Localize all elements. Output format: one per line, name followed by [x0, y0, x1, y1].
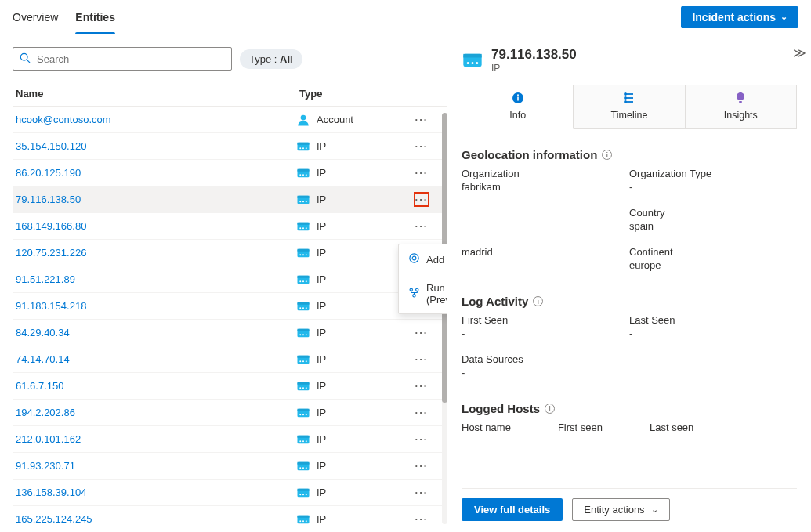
info-tooltip-icon[interactable]: i: [533, 296, 543, 306]
svg-point-57: [306, 414, 307, 415]
entity-subtitle: IP: [491, 63, 577, 74]
detail-tab-info[interactable]: Info: [462, 85, 574, 129]
table-row[interactable]: 61.6.7.150IP···: [13, 373, 447, 400]
entity-type-label: IP: [317, 407, 326, 418]
search-icon: [20, 52, 31, 66]
log-last-seen-value: -: [629, 328, 797, 339]
row-actions-button[interactable]: ···: [415, 433, 429, 445]
menu-item-add-to-ti[interactable]: Add to TI (Preview): [399, 244, 447, 274]
entity-name-link[interactable]: 86.20.125.190: [13, 167, 296, 179]
table-row[interactable]: 74.14.70.14IP···: [13, 346, 447, 373]
table-row[interactable]: 91.183.154.218IP···: [13, 293, 447, 320]
tab-entities[interactable]: Entities: [75, 0, 115, 34]
entity-name-link[interactable]: 74.14.70.14: [13, 353, 296, 365]
table-row[interactable]: 79.116.138.50IP···: [13, 186, 447, 213]
entity-name-link[interactable]: 79.116.138.50: [13, 194, 296, 205]
column-header-name[interactable]: Name: [16, 88, 299, 100]
timeline-icon: [623, 92, 635, 107]
svg-point-35: [299, 307, 301, 309]
target-icon: [408, 252, 420, 266]
table-row[interactable]: 136.158.39.104IP···: [13, 480, 447, 506]
row-actions-button[interactable]: ···: [415, 114, 429, 125]
view-full-details-button[interactable]: View full details: [462, 498, 563, 521]
svg-point-81: [416, 288, 418, 291]
entity-name-link[interactable]: 35.154.150.120: [13, 140, 296, 152]
entity-name-link[interactable]: 165.225.124.245: [13, 513, 296, 525]
entity-actions-button[interactable]: Entity actions ⌄: [572, 498, 669, 521]
search-input-container[interactable]: [13, 47, 232, 71]
table-row[interactable]: 35.154.150.120IP···: [13, 133, 447, 160]
svg-rect-69: [298, 488, 310, 490]
row-actions-button[interactable]: ···: [415, 353, 429, 365]
row-actions-button[interactable]: ···: [415, 407, 429, 418]
entity-name-link[interactable]: 91.93.230.71: [13, 460, 296, 472]
svg-rect-44: [298, 355, 310, 357]
svg-point-5: [299, 147, 301, 149]
svg-point-94: [625, 93, 626, 95]
entity-name-link[interactable]: 136.158.39.104: [13, 487, 296, 498]
row-actions-button[interactable]: ···: [415, 167, 429, 179]
entity-name-link[interactable]: 212.0.101.162: [13, 433, 296, 445]
svg-point-65: [299, 467, 301, 469]
table-row[interactable]: 165.225.124.245IP···: [13, 506, 447, 532]
row-actions-button[interactable]: ···: [415, 327, 429, 338]
row-actions-button[interactable]: ···: [414, 192, 430, 207]
svg-rect-24: [298, 248, 310, 251]
log-first-seen-label: First Seen: [462, 314, 629, 326]
detail-tab-timeline[interactable]: Timeline: [574, 85, 685, 128]
row-actions-button[interactable]: ···: [415, 220, 429, 232]
tab-overview[interactable]: Overview: [13, 0, 58, 34]
table-row[interactable]: 194.2.202.86IP···: [13, 400, 447, 426]
search-input[interactable]: [35, 52, 225, 66]
table-row[interactable]: 84.29.40.34IP···: [13, 320, 447, 346]
row-actions-button[interactable]: ···: [415, 380, 429, 392]
svg-point-67: [306, 467, 307, 469]
entity-name-link[interactable]: hcook@contoso.com: [13, 114, 296, 125]
detail-tab-insights[interactable]: Insights: [686, 85, 797, 128]
row-actions-button[interactable]: ···: [415, 140, 429, 152]
table-row[interactable]: 91.93.230.71IP···: [13, 453, 447, 480]
table-row[interactable]: hcook@contoso.comAccount···: [13, 107, 447, 133]
table-row[interactable]: 168.149.166.80IP···: [13, 213, 447, 240]
entity-type-label: IP: [317, 273, 326, 285]
log-data-sources-value: -: [462, 367, 629, 378]
entity-name-link[interactable]: 120.75.231.226: [13, 247, 296, 259]
info-icon: [512, 92, 524, 107]
incident-actions-button[interactable]: Incident actions ⌄: [681, 6, 798, 28]
hosts-col-first-seen: First seen: [558, 422, 603, 433]
table-row[interactable]: 120.75.231.226IP···: [13, 240, 447, 266]
entity-name-link[interactable]: 194.2.202.86: [13, 407, 296, 418]
type-filter-pill[interactable]: Type : All: [240, 49, 302, 69]
entity-name-link[interactable]: 168.149.166.80: [13, 220, 296, 232]
entity-name-link[interactable]: 84.29.40.34: [13, 327, 296, 338]
row-actions-button[interactable]: ···: [415, 487, 429, 498]
row-actions-button[interactable]: ···: [415, 513, 429, 525]
entity-type-label: IP: [317, 380, 326, 392]
entity-name-link[interactable]: 91.183.154.218: [13, 300, 296, 312]
column-header-type[interactable]: Type: [299, 88, 409, 100]
entity-name-link[interactable]: 91.51.221.89: [13, 273, 296, 285]
svg-point-42: [306, 334, 307, 335]
section-title-geolocation: Geolocation informationi: [462, 148, 797, 161]
svg-point-60: [299, 440, 301, 442]
geo-continent-value: europe: [629, 259, 797, 271]
svg-rect-14: [298, 195, 310, 197]
table-row[interactable]: 91.51.221.89IP···: [13, 266, 447, 293]
table-row[interactable]: 212.0.101.162IP···: [13, 426, 447, 453]
info-tooltip-icon[interactable]: i: [602, 150, 612, 160]
table-row[interactable]: 86.20.125.190IP···: [13, 160, 447, 186]
svg-point-12: [306, 174, 307, 176]
svg-point-26: [302, 254, 304, 255]
section-title-logged-hosts: Logged Hostsi: [462, 402, 797, 415]
svg-line-1: [27, 60, 30, 63]
menu-item-run-playbook[interactable]: Run playbook (Preview): [399, 274, 447, 313]
svg-rect-34: [298, 302, 310, 304]
entity-name-link[interactable]: 61.6.7.150: [13, 380, 296, 392]
info-tooltip-icon[interactable]: i: [545, 404, 555, 414]
entity-type-label: IP: [317, 487, 326, 498]
row-actions-button[interactable]: ···: [415, 460, 429, 472]
svg-point-72: [306, 494, 307, 495]
svg-rect-74: [298, 515, 310, 517]
svg-point-41: [302, 334, 304, 335]
insights-icon: [734, 92, 747, 107]
